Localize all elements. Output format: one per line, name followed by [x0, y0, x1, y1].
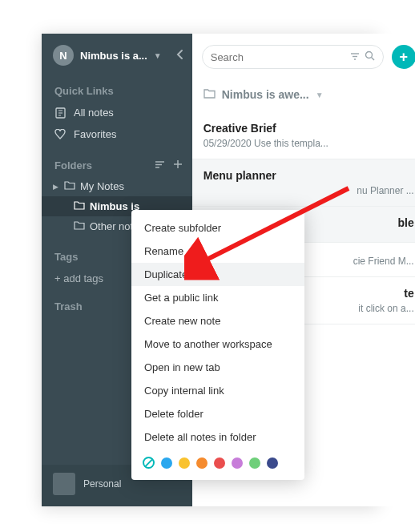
heart-icon [54, 129, 66, 139]
folder-label: My Notes [80, 180, 124, 192]
search-input[interactable] [211, 51, 345, 63]
sidebar-item-all-notes[interactable]: All notes [42, 102, 192, 123]
color-swatch[interactable] [232, 457, 243, 469]
svg-point-12 [365, 52, 372, 58]
svg-line-13 [371, 58, 374, 61]
note-snippet: 05/29/2020 Use this templa... [203, 138, 414, 149]
sidebar-item-label: All notes [74, 107, 114, 119]
folder-icon [74, 200, 85, 212]
add-folder-icon[interactable] [173, 159, 183, 171]
ctx-open-new-tab[interactable]: Open in new tab [131, 356, 304, 379]
notes-icon [54, 107, 66, 119]
sidebar-item-favorites[interactable]: Favorites [42, 123, 192, 145]
chevron-down-icon[interactable]: ▼ [154, 51, 162, 60]
folders-title: Folders [54, 159, 92, 171]
folder-icon [203, 88, 216, 101]
ctx-delete-all-notes[interactable]: Delete all notes in folder [131, 425, 304, 449]
profile-thumb[interactable] [53, 473, 75, 495]
workspace-avatar[interactable]: N [53, 45, 74, 66]
ctx-create-new-note[interactable]: Create new note [131, 309, 304, 332]
expand-icon[interactable]: ▶ [53, 183, 59, 191]
folder-icon [64, 180, 75, 192]
sidebar-item-label: Favorites [74, 128, 116, 140]
color-swatch[interactable] [267, 457, 278, 469]
ctx-create-subfolder[interactable]: Create subfolder [131, 216, 304, 240]
color-swatch[interactable] [161, 457, 172, 469]
profile-label: Personal [83, 478, 121, 490]
breadcrumb-label: Nimbus is awe... [222, 88, 309, 101]
note-item[interactable]: Menu planner nu Planner ... [192, 159, 415, 207]
chevron-down-icon[interactable]: ▼ [316, 91, 324, 99]
sort-icon[interactable] [155, 159, 165, 171]
folder-icon [74, 220, 85, 232]
folder-my-notes[interactable]: ▶ My Notes [42, 176, 192, 196]
context-menu: Create subfolder Rename Duplicate Get a … [131, 210, 304, 480]
workspace-name[interactable]: Nimbus is a... [80, 50, 147, 62]
add-note-button[interactable]: + [392, 45, 415, 69]
filter-icon[interactable] [350, 51, 360, 63]
ctx-rename[interactable]: Rename [131, 240, 304, 263]
note-title: Menu planner [203, 169, 414, 182]
color-swatch[interactable] [196, 457, 208, 469]
ctx-duplicate[interactable]: Duplicate [131, 263, 304, 286]
search-box[interactable] [202, 45, 384, 69]
ctx-move-workspace[interactable]: Move to another workspace [131, 332, 304, 356]
color-swatch[interactable] [214, 457, 225, 469]
search-icon[interactable] [365, 50, 375, 63]
note-item[interactable]: Creative Brief 05/29/2020 Use this templ… [192, 112, 415, 159]
note-title: Creative Brief [203, 122, 414, 135]
note-snippet: nu Planner ... [203, 185, 414, 196]
quick-links-title: Quick Links [42, 77, 192, 102]
breadcrumb[interactable]: Nimbus is awe... ▼ [192, 80, 415, 112]
ctx-delete-folder[interactable]: Delete folder [131, 402, 304, 425]
color-none-icon[interactable] [143, 457, 155, 469]
collapse-sidebar-icon[interactable] [176, 49, 184, 62]
ctx-copy-internal-link[interactable]: Copy internal link [131, 379, 304, 402]
color-swatch[interactable] [249, 457, 260, 469]
color-swatch[interactable] [179, 457, 190, 469]
ctx-color-row [131, 449, 304, 470]
ctx-get-public-link[interactable]: Get a public link [131, 286, 304, 309]
